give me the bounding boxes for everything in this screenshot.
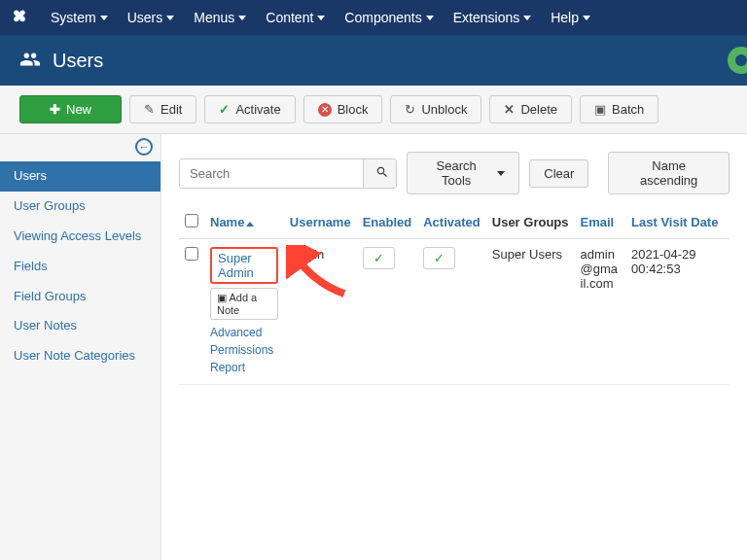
filter-bar: Search Tools Clear Name ascending xyxy=(179,152,729,194)
annotation-arrow xyxy=(286,245,354,303)
arrow-left-icon: ← xyxy=(139,141,150,153)
search-tools-button[interactable]: Search Tools xyxy=(407,152,519,194)
menu-users[interactable]: Users xyxy=(118,2,185,33)
clear-button[interactable]: Clear xyxy=(529,159,588,188)
sidebar-item-usergroups[interactable]: User Groups xyxy=(0,192,160,222)
users-table: Name Username Enabled Activated User Gro… xyxy=(179,206,729,385)
caret-down-icon xyxy=(497,171,505,176)
activated-badge[interactable]: ✓ xyxy=(423,247,455,269)
menu-components[interactable]: Components xyxy=(335,2,443,33)
sidebar-item-field-groups[interactable]: Field Groups xyxy=(0,282,160,312)
content-area: Search Tools Clear Name ascending Name U… xyxy=(161,134,747,560)
activate-button[interactable]: ✓ Activate xyxy=(204,95,295,123)
check-all[interactable] xyxy=(185,214,198,228)
col-username[interactable]: Username xyxy=(284,206,357,239)
block-button[interactable]: ✕ Block xyxy=(303,95,383,123)
unblock-button[interactable]: ↻ Unblock xyxy=(390,95,481,123)
ordering-select[interactable]: Name ascending xyxy=(608,152,729,194)
col-name[interactable]: Name xyxy=(204,206,284,239)
sidebar-item-user-note-categories[interactable]: User Note Categories xyxy=(0,341,160,371)
page-header: Users xyxy=(0,35,747,86)
svg-point-1 xyxy=(735,54,747,66)
joomla-logo-icon xyxy=(10,8,29,27)
cancel-icon: ✕ xyxy=(318,103,332,117)
caret-down-icon xyxy=(317,16,325,20)
search-box xyxy=(179,158,397,189)
menu-system[interactable]: System xyxy=(41,2,118,33)
col-usergroups: User Groups xyxy=(486,206,575,239)
sort-asc-icon xyxy=(246,222,254,227)
batch-icon: ▣ xyxy=(594,102,606,117)
search-icon xyxy=(375,165,389,179)
caret-down-icon xyxy=(426,16,434,20)
caret-down-icon xyxy=(583,16,590,20)
col-email[interactable]: Email xyxy=(575,206,626,239)
permissions-link[interactable]: Permissions xyxy=(210,341,278,359)
users-icon xyxy=(19,49,41,73)
batch-button[interactable]: ▣ Batch xyxy=(580,95,658,123)
sidebar-item-user-notes[interactable]: User Notes xyxy=(0,311,160,341)
col-activated[interactable]: Activated xyxy=(417,206,486,239)
user-name-link[interactable]: Super Admin xyxy=(210,247,278,284)
menu-menus[interactable]: Menus xyxy=(184,2,256,33)
enabled-badge[interactable]: ✓ xyxy=(363,247,395,269)
search-input[interactable] xyxy=(180,159,363,188)
sidebar-item-users[interactable]: Users xyxy=(0,161,160,192)
new-button[interactable]: ✚ New xyxy=(19,95,122,123)
top-menu: System Users Menus Content Components Ex… xyxy=(41,2,600,33)
sidebar-item-fields[interactable]: Fields xyxy=(0,252,160,282)
sidebar: ← Users User Groups Viewing Access Level… xyxy=(0,134,161,560)
x-icon: ✕ xyxy=(504,102,515,117)
menu-content[interactable]: Content xyxy=(256,2,335,33)
search-button[interactable] xyxy=(363,159,397,188)
row-checkbox[interactable] xyxy=(185,247,198,261)
edit-button[interactable]: ✎ Edit xyxy=(129,95,196,123)
cell-usergroups: Super Users xyxy=(486,239,575,385)
check-icon: ✓ xyxy=(219,102,230,117)
toolbar: ✚ New ✎ Edit ✓ Activate ✕ Block ↻ Unbloc… xyxy=(0,86,747,134)
col-lastvisit[interactable]: Last Visit Date xyxy=(625,206,729,239)
sidebar-item-viewing-access-levels[interactable]: Viewing Access Levels xyxy=(0,222,160,252)
plus-icon: ✚ xyxy=(50,102,60,117)
caret-down-icon xyxy=(100,16,108,20)
page-title: Users xyxy=(53,50,103,72)
collapse-sidebar-button[interactable]: ← xyxy=(135,138,153,156)
top-menubar: System Users Menus Content Components Ex… xyxy=(0,0,747,35)
report-link[interactable]: Report xyxy=(210,359,278,376)
joomla-flower-icon xyxy=(712,35,747,88)
delete-button[interactable]: ✕ Delete xyxy=(489,95,572,123)
cell-email: admin@gmail.com xyxy=(575,239,626,385)
caret-down-icon xyxy=(166,16,174,20)
pencil-icon: ✎ xyxy=(144,102,155,117)
caret-down-icon xyxy=(238,16,246,20)
menu-help[interactable]: Help xyxy=(541,2,600,33)
redo-icon: ↻ xyxy=(405,102,415,117)
table-row: Super Admin ▣ Add a Note Advanced Permis… xyxy=(179,239,729,385)
advanced-link[interactable]: Advanced xyxy=(210,324,278,341)
col-enabled[interactable]: Enabled xyxy=(357,206,418,239)
cell-lastvisit: 2021-04-29 00:42:53 xyxy=(625,239,729,385)
menu-extensions[interactable]: Extensions xyxy=(444,2,541,33)
add-note-button[interactable]: ▣ Add a Note xyxy=(210,288,278,320)
caret-down-icon xyxy=(523,16,531,20)
